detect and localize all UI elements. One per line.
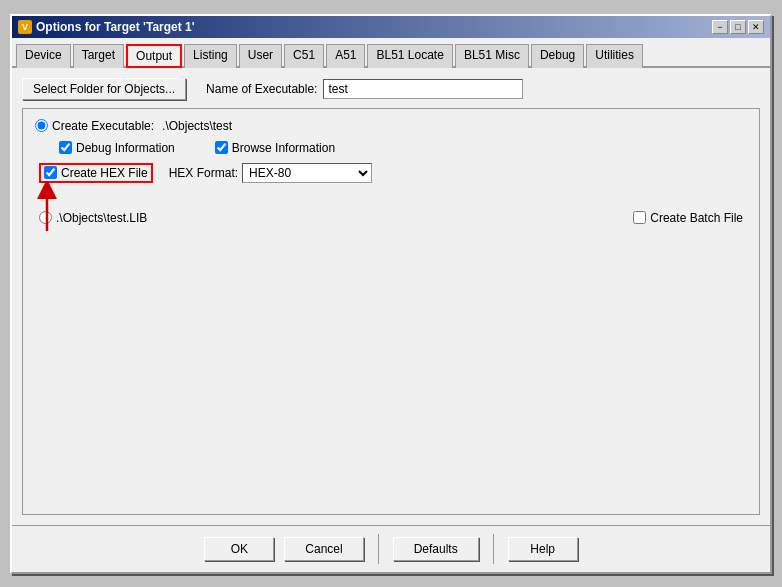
tab-bl51-locate[interactable]: BL51 Locate [367,44,452,68]
create-executable-path: .\Objects\test [162,119,232,133]
window-title: Options for Target 'Target 1' [36,20,195,34]
create-executable-row: Create Executable: .\Objects\test [35,119,747,133]
debug-browse-row: Debug Information Browse Information [35,141,747,155]
debug-information-checkbox[interactable] [59,141,72,154]
name-of-executable-label: Name of Executable: [206,82,317,96]
create-hex-file-checkbox[interactable] [44,166,57,179]
create-hex-highlight-box: Create HEX File [39,163,153,183]
select-folder-button[interactable]: Select Folder for Objects... [22,78,186,100]
hex-format-wrapper: HEX Format: HEX-80 HEX-386 [161,163,372,183]
create-batch-wrapper: Create Batch File [633,211,743,225]
browse-information-checkbox[interactable] [215,141,228,154]
main-window: V Options for Target 'Target 1' − □ ✕ De… [10,14,772,574]
create-batch-file-label: Create Batch File [650,211,743,225]
red-arrow-icon [37,181,77,241]
tab-device[interactable]: Device [16,44,71,68]
footer-divider [378,534,379,564]
title-controls: − □ ✕ [712,20,764,34]
bottom-options-row: .\Objects\test.LIB Create Batch File [35,211,747,225]
tab-output[interactable]: Output [126,44,182,68]
ok-button[interactable]: OK [204,537,274,561]
tab-debug[interactable]: Debug [531,44,584,68]
title-bar-left: V Options for Target 'Target 1' [18,20,195,34]
tab-user[interactable]: User [239,44,282,68]
name-of-executable-input[interactable] [323,79,523,99]
browse-info-text: Browse Information [232,141,335,155]
help-button[interactable]: Help [508,537,578,561]
hex-file-row: Create HEX File HEX Format: HEX-80 HEX-3… [35,163,747,183]
app-icon: V [18,20,32,34]
tab-c51[interactable]: C51 [284,44,324,68]
hex-format-select[interactable]: HEX-80 HEX-386 [242,163,372,183]
create-hex-file-label: Create HEX File [61,166,148,180]
minimize-button[interactable]: − [712,20,728,34]
spacer [35,195,747,211]
hex-format-label: HEX Format: [169,166,238,180]
tab-bl51-misc[interactable]: BL51 Misc [455,44,529,68]
browse-info-label[interactable]: Browse Information [215,141,335,155]
debug-info-label[interactable]: Debug Information [59,141,175,155]
title-bar: V Options for Target 'Target 1' − □ ✕ [12,16,770,38]
tab-listing[interactable]: Listing [184,44,237,68]
footer: OK Cancel Defaults Help [12,525,770,572]
create-batch-file-checkbox[interactable] [633,211,646,224]
output-group-box: Create Executable: .\Objects\test Debug … [22,108,760,515]
tab-utilities[interactable]: Utilities [586,44,643,68]
defaults-button[interactable]: Defaults [393,537,479,561]
tab-a51[interactable]: A51 [326,44,365,68]
maximize-button[interactable]: □ [730,20,746,34]
executable-name-row: Name of Executable: [206,79,523,99]
tab-target[interactable]: Target [73,44,124,68]
create-executable-radio[interactable] [35,119,48,132]
toolbar-row: Select Folder for Objects... Name of Exe… [22,78,760,100]
create-executable-label-text: Create Executable: [52,119,154,133]
close-button[interactable]: ✕ [748,20,764,34]
debug-info-text: Debug Information [76,141,175,155]
main-content: Select Folder for Objects... Name of Exe… [12,68,770,525]
create-executable-radio-label[interactable]: Create Executable: .\Objects\test [35,119,232,133]
cancel-button[interactable]: Cancel [284,537,363,561]
footer-divider-2 [493,534,494,564]
tab-bar: Device Target Output Listing User C51 A5… [12,38,770,68]
